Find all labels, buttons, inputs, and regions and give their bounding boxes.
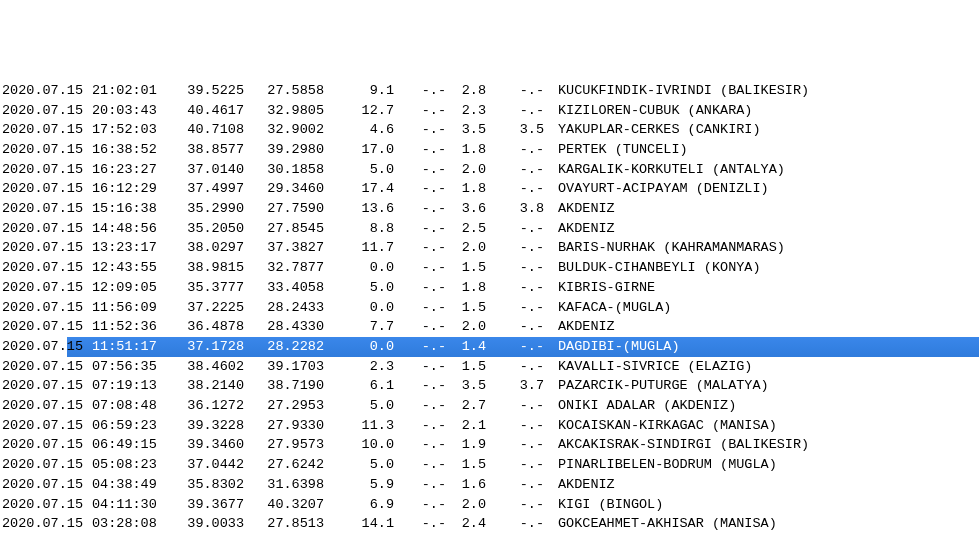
date-cell: 2020.07.15 — [2, 238, 92, 258]
location-cell: DAGDIBI-(MUGLA) — [552, 337, 912, 357]
latitude-cell: 39.0033 — [172, 514, 252, 534]
location-cell: PINARLIBELEN-BODRUM (MUGLA) — [552, 455, 912, 475]
table-row[interactable]: 2020.07.1514:48:5635.205027.85458.8-.-2.… — [2, 219, 979, 239]
mag3-cell: -.- — [492, 278, 552, 298]
date-cell: 2020.07.15 — [2, 298, 92, 318]
mag2-cell: 2.0 — [452, 317, 492, 337]
time-cell: 05:08:23 — [92, 455, 172, 475]
date-cell: 2020.07.15 — [2, 160, 92, 180]
date-cell: 2020.07.15 — [2, 258, 92, 278]
location-cell: KOCAISKAN-KIRKAGAC (MANISA) — [552, 416, 912, 436]
location-cell: KAFACA-(MUGLA) — [552, 298, 912, 318]
table-row[interactable]: 2020.07.1515:16:3835.299027.759013.6-.-3… — [2, 199, 979, 219]
latitude-cell: 37.0140 — [172, 160, 252, 180]
mag3-cell: -.- — [492, 514, 552, 534]
location-cell: PAZARCIK-PUTURGE (MALATYA) — [552, 376, 912, 396]
location-cell: GOKCEAHMET-AKHISAR (MANISA) — [552, 514, 912, 534]
longitude-cell: 31.6398 — [252, 475, 332, 495]
earthquake-table: 2020.07.1521:02:0139.522527.58589.1-.-2.… — [2, 81, 979, 535]
table-row[interactable]: 2020.07.1506:59:2339.322827.933011.3-.-2… — [2, 416, 979, 436]
time-cell: 06:59:23 — [92, 416, 172, 436]
table-row[interactable]: 2020.07.1512:43:5538.981532.78770.0-.-1.… — [2, 258, 979, 278]
location-cell: OVAYURT-ACIPAYAM (DENIZLI) — [552, 179, 912, 199]
date-cell: 2020.07.15 — [2, 219, 92, 239]
longitude-cell: 32.7877 — [252, 258, 332, 278]
mag3-cell: -.- — [492, 101, 552, 121]
table-row[interactable]: 2020.07.1503:28:0839.003327.851314.1-.-2… — [2, 514, 979, 534]
longitude-cell: 30.1858 — [252, 160, 332, 180]
table-row[interactable]: 2020.07.1516:12:2937.499729.346017.4-.-1… — [2, 179, 979, 199]
depth-cell: 0.0 — [332, 298, 402, 318]
table-row[interactable]: 2020.07.1507:56:3538.460239.17032.3-.-1.… — [2, 357, 979, 377]
table-row[interactable]: 2020.07.1507:08:4836.127227.29535.0-.-2.… — [2, 396, 979, 416]
longitude-cell: 39.2980 — [252, 140, 332, 160]
table-row[interactable]: 2020.07.1517:52:0340.710832.90024.6-.-3.… — [2, 120, 979, 140]
date-cell: 2020.07.15 — [2, 337, 92, 357]
latitude-cell: 38.9815 — [172, 258, 252, 278]
table-row[interactable]: 2020.07.1512:09:0535.377733.40585.0-.-1.… — [2, 278, 979, 298]
mag3-cell: -.- — [492, 317, 552, 337]
location-cell: AKDENIZ — [552, 219, 912, 239]
depth-cell: 4.6 — [332, 120, 402, 140]
latitude-cell: 38.2140 — [172, 376, 252, 396]
latitude-cell: 40.7108 — [172, 120, 252, 140]
table-row[interactable]: 2020.07.1504:11:3039.367740.32076.9-.-2.… — [2, 495, 979, 515]
date-cell: 2020.07.15 — [2, 120, 92, 140]
mag1-cell: -.- — [402, 396, 452, 416]
location-cell: KAVALLI-SIVRICE (ELAZIG) — [552, 357, 912, 377]
mag2-cell: 1.8 — [452, 278, 492, 298]
mag1-cell: -.- — [402, 376, 452, 396]
location-cell: PERTEK (TUNCELI) — [552, 140, 912, 160]
latitude-cell: 36.4878 — [172, 317, 252, 337]
date-cell: 2020.07.15 — [2, 455, 92, 475]
table-row[interactable]: 2020.07.1507:19:1338.214038.71906.1-.-3.… — [2, 376, 979, 396]
time-cell: 17:52:03 — [92, 120, 172, 140]
table-row[interactable]: 2020.07.1505:08:2337.044227.62425.0-.-1.… — [2, 455, 979, 475]
table-row[interactable]: 2020.07.1511:56:0937.222528.24330.0-.-1.… — [2, 298, 979, 318]
mag2-cell: 2.8 — [452, 81, 492, 101]
mag3-cell: -.- — [492, 475, 552, 495]
depth-cell: 5.0 — [332, 455, 402, 475]
latitude-cell: 35.3777 — [172, 278, 252, 298]
longitude-cell: 33.4058 — [252, 278, 332, 298]
table-row[interactable]: 2020.07.1516:38:5238.857739.298017.0-.-1… — [2, 140, 979, 160]
depth-cell: 0.0 — [332, 337, 402, 357]
time-cell: 07:56:35 — [92, 357, 172, 377]
table-row[interactable]: 2020.07.1513:23:1738.029737.382711.7-.-2… — [2, 238, 979, 258]
mag1-cell: -.- — [402, 160, 452, 180]
mag2-cell: 2.0 — [452, 238, 492, 258]
date-cell: 2020.07.15 — [2, 416, 92, 436]
table-row[interactable]: 2020.07.1521:02:0139.522527.58589.1-.-2.… — [2, 81, 979, 101]
mag3-cell: -.- — [492, 81, 552, 101]
longitude-cell: 27.6242 — [252, 455, 332, 475]
depth-cell: 12.7 — [332, 101, 402, 121]
date-cell: 2020.07.15 — [2, 514, 92, 534]
table-row[interactable]: 2020.07.1511:52:3636.487828.43307.7-.-2.… — [2, 317, 979, 337]
mag1-cell: -.- — [402, 81, 452, 101]
mag3-cell: -.- — [492, 435, 552, 455]
mag2-cell: 1.4 — [452, 337, 492, 357]
time-cell: 07:08:48 — [92, 396, 172, 416]
latitude-cell: 38.4602 — [172, 357, 252, 377]
location-cell: BULDUK-CIHANBEYLI (KONYA) — [552, 258, 912, 278]
mag1-cell: -.- — [402, 298, 452, 318]
mag3-cell: -.- — [492, 416, 552, 436]
depth-cell: 5.0 — [332, 160, 402, 180]
table-row[interactable]: 2020.07.1520:03:4340.461732.980512.7-.-2… — [2, 101, 979, 121]
mag3-cell: 3.5 — [492, 120, 552, 140]
location-cell: AKDENIZ — [552, 475, 912, 495]
date-cell: 2020.07.15 — [2, 475, 92, 495]
mag2-cell: 2.4 — [452, 514, 492, 534]
latitude-cell: 35.2990 — [172, 199, 252, 219]
longitude-cell: 37.3827 — [252, 238, 332, 258]
table-row[interactable]: 2020.07.1504:38:4935.830231.63985.9-.-1.… — [2, 475, 979, 495]
mag3-cell: -.- — [492, 455, 552, 475]
date-cell: 2020.07.15 — [2, 101, 92, 121]
table-row[interactable]: 2020.07.1506:49:1539.346027.957310.0-.-1… — [2, 435, 979, 455]
mag1-cell: -.- — [402, 140, 452, 160]
table-row[interactable]: 2020.07.1516:23:2737.014030.18585.0-.-2.… — [2, 160, 979, 180]
date-cell: 2020.07.15 — [2, 396, 92, 416]
time-cell: 14:48:56 — [92, 219, 172, 239]
latitude-cell: 35.8302 — [172, 475, 252, 495]
table-row[interactable]: 2020.07.1511:51:1737.172828.22820.0-.-1.… — [2, 337, 979, 357]
